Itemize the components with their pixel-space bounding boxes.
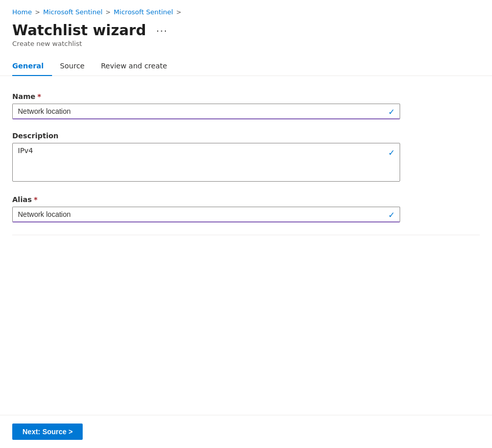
alias-checkmark: ✓ (388, 210, 395, 219)
name-form-group: Name * ✓ (12, 92, 400, 119)
tab-source[interactable]: Source (52, 58, 93, 76)
name-input[interactable] (12, 104, 400, 119)
breadcrumb-sentinel-2[interactable]: Microsoft Sentinel (114, 8, 173, 16)
description-textarea[interactable]: IPv4 (12, 143, 400, 182)
alias-label: Alias * (12, 195, 400, 204)
breadcrumb: Home > Microsoft Sentinel > Microsoft Se… (0, 0, 492, 20)
page-header: Watchlist wizard ··· (0, 20, 492, 39)
description-checkmark: ✓ (388, 148, 395, 158)
next-source-button[interactable]: Next: Source > (12, 424, 83, 440)
page-wrapper: Home > Microsoft Sentinel > Microsoft Se… (0, 0, 492, 448)
alias-input[interactable] (12, 207, 400, 222)
form-area: Name * ✓ Description IPv4 ✓ Alias * (0, 76, 492, 325)
name-required-star: * (37, 92, 41, 101)
breadcrumb-sentinel-1[interactable]: Microsoft Sentinel (43, 8, 102, 16)
content-spacer (0, 325, 492, 415)
alias-input-wrapper: ✓ (12, 207, 400, 222)
tab-general[interactable]: General (12, 58, 52, 76)
tab-bar: General Source Review and create (0, 47, 492, 76)
alias-form-group: Alias * ✓ (12, 195, 400, 222)
name-checkmark: ✓ (388, 107, 395, 116)
alias-required-star: * (34, 195, 37, 204)
more-button[interactable]: ··· (152, 22, 172, 38)
breadcrumb-home[interactable]: Home (12, 8, 32, 16)
page-title: Watchlist wizard (12, 22, 146, 39)
breadcrumb-sep-3: > (176, 9, 181, 16)
form-divider (12, 235, 480, 235)
description-form-group: Description IPv4 ✓ (12, 132, 400, 183)
breadcrumb-sep-1: > (35, 9, 40, 16)
breadcrumb-sep-2: > (106, 9, 111, 16)
name-label: Name * (12, 92, 400, 101)
tab-review-and-create[interactable]: Review and create (93, 58, 176, 76)
description-label: Description (12, 132, 400, 140)
page-subtitle: Create new watchlist (0, 39, 492, 47)
footer: Next: Source > (0, 415, 492, 448)
name-input-wrapper: ✓ (12, 104, 400, 119)
description-textarea-wrapper: IPv4 ✓ (12, 143, 400, 183)
